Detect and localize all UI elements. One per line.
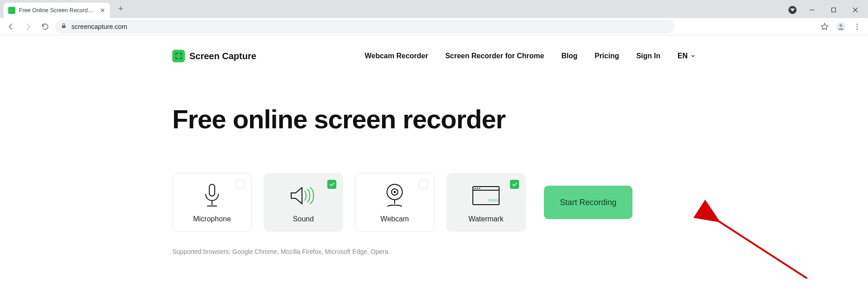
svg-text:FREE: FREE <box>488 198 500 202</box>
svg-point-21 <box>479 188 481 189</box>
main-nav: Webcam Recorder Screen Recorder for Chro… <box>365 52 696 60</box>
tab-close-icon[interactable]: ✕ <box>100 7 105 14</box>
checkbox-watermark[interactable] <box>510 180 519 189</box>
option-microphone[interactable]: Microphone <box>172 173 252 232</box>
url-text: screencapture.com <box>71 23 127 30</box>
new-tab-button[interactable]: ＋ <box>114 2 127 14</box>
svg-point-7 <box>857 23 858 25</box>
nav-pricing[interactable]: Pricing <box>594 52 619 60</box>
svg-line-23 <box>717 220 807 278</box>
svg-point-20 <box>477 188 478 189</box>
browser-toolbar: screencapture.com <box>0 18 868 35</box>
extensions-button[interactable] <box>785 4 800 16</box>
back-button[interactable] <box>4 19 18 34</box>
brand[interactable]: Screen Capture <box>172 50 256 62</box>
bookmark-star-icon[interactable] <box>817 19 832 34</box>
close-window-button[interactable] <box>845 4 865 16</box>
nav-webcam-recorder[interactable]: Webcam Recorder <box>365 52 428 60</box>
svg-point-15 <box>394 191 396 193</box>
tab-title: Free Online Screen Recorder | Fre <box>19 7 96 14</box>
nav-blog[interactable]: Blog <box>561 52 578 60</box>
option-sound[interactable]: Sound <box>264 173 343 232</box>
svg-point-19 <box>475 188 476 189</box>
checkbox-webcam[interactable] <box>419 180 428 189</box>
supported-browsers-text: Supported browsers: Google Chrome, Mozil… <box>172 248 696 255</box>
language-label: EN <box>678 52 688 60</box>
brand-logo-icon <box>172 50 185 62</box>
maximize-button[interactable] <box>824 4 844 16</box>
webcam-icon <box>383 183 406 209</box>
nav-screen-recorder-chrome[interactable]: Screen Recorder for Chrome <box>445 52 544 60</box>
start-recording-button[interactable]: Start Recording <box>544 186 632 219</box>
kebab-menu-icon[interactable] <box>850 19 864 34</box>
svg-point-6 <box>840 24 842 27</box>
minimize-button[interactable] <box>802 4 822 16</box>
svg-point-9 <box>857 28 858 29</box>
site-header: Screen Capture Webcam Recorder Screen Re… <box>172 35 696 77</box>
page-viewport[interactable]: Screen Capture Webcam Recorder Screen Re… <box>0 35 868 295</box>
browser-tabbar: Free Online Screen Recorder | Fre ✕ ＋ <box>0 0 868 18</box>
lock-icon <box>61 23 67 30</box>
option-sound-label: Sound <box>293 215 314 223</box>
svg-rect-1 <box>832 8 836 12</box>
annotation-arrow-icon <box>712 215 811 289</box>
nav-sign-in[interactable]: Sign In <box>636 52 660 60</box>
option-watermark[interactable]: FREE Watermark <box>446 173 526 232</box>
checkbox-sound[interactable] <box>327 180 336 189</box>
svg-rect-4 <box>62 25 66 28</box>
sound-icon <box>289 183 317 209</box>
options-row: Microphone Sound Webcam <box>172 173 696 232</box>
profile-avatar-icon[interactable] <box>834 19 848 34</box>
watermark-icon: FREE <box>472 183 500 209</box>
svg-rect-10 <box>209 184 215 196</box>
page-title: Free online screen recorder <box>172 104 696 134</box>
microphone-icon <box>201 183 223 209</box>
reload-button[interactable] <box>38 19 52 34</box>
option-webcam[interactable]: Webcam <box>355 173 434 232</box>
favicon-icon <box>8 7 15 14</box>
chevron-down-icon <box>690 53 696 59</box>
brand-name: Screen Capture <box>189 51 256 61</box>
browser-tab[interactable]: Free Online Screen Recorder | Fre ✕ <box>4 3 110 18</box>
checkbox-microphone[interactable] <box>236 180 245 189</box>
address-bar[interactable]: screencapture.com <box>55 20 675 33</box>
language-selector[interactable]: EN <box>678 52 696 60</box>
svg-point-8 <box>857 26 858 27</box>
option-microphone-label: Microphone <box>193 215 231 223</box>
option-watermark-label: Watermark <box>468 215 504 223</box>
window-controls <box>785 4 865 16</box>
forward-button[interactable] <box>21 19 35 34</box>
option-webcam-label: Webcam <box>381 215 409 223</box>
